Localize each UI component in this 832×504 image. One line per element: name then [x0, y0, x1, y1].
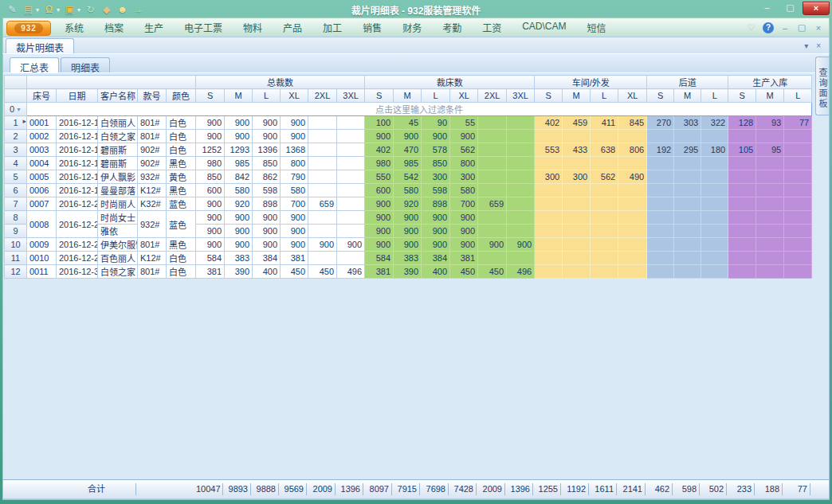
cell-qty[interactable]: 900	[225, 211, 253, 225]
cell-qty[interactable]	[784, 211, 812, 225]
menu-item-财务[interactable]: 财务	[392, 18, 432, 37]
cell-qty[interactable]	[535, 197, 563, 211]
cell-style-no[interactable]: 932#	[138, 211, 167, 238]
cell-qty[interactable]	[535, 211, 563, 225]
favorites-icon[interactable]: ♡	[746, 22, 757, 33]
cell-qty[interactable]: 900	[196, 130, 225, 143]
cell-qty[interactable]: 900	[394, 130, 422, 143]
cell-qty[interactable]	[591, 225, 618, 238]
cell-qty[interactable]: 900	[225, 116, 253, 130]
cell-qty[interactable]: 381	[196, 265, 225, 279]
cell-qty[interactable]	[728, 252, 756, 265]
cell-qty[interactable]: 55	[450, 116, 478, 130]
refresh-document-icon[interactable]: ↻	[84, 4, 96, 16]
cell-qty[interactable]	[756, 238, 784, 252]
help-icon[interactable]: ?	[763, 22, 774, 33]
tab-cut-piece-detail[interactable]: 裁片明细表	[6, 38, 74, 53]
cell-qty[interactable]: 900	[253, 130, 281, 143]
cell-qty[interactable]: 900	[253, 225, 281, 238]
filter-input-cell[interactable]: 点击这里输入过滤条件	[27, 103, 812, 116]
group-header-生产入库[interactable]: 生产入库	[728, 76, 812, 89]
cell-qty[interactable]	[507, 197, 535, 211]
column-header-size-15[interactable]: XL	[618, 89, 647, 103]
exit-icon[interactable]: →	[132, 4, 144, 16]
query-panel-tab[interactable]: 查询面板	[815, 57, 829, 115]
cell-qty[interactable]: 900	[196, 197, 225, 211]
cell-qty[interactable]	[728, 184, 756, 197]
cell-qty[interactable]: 390	[225, 265, 253, 279]
column-header-size-19[interactable]: S	[728, 89, 756, 103]
column-header-size-4[interactable]: 2XL	[308, 89, 337, 103]
cell-date[interactable]: 2016-12-31	[57, 265, 98, 279]
cell-qty[interactable]	[784, 197, 812, 211]
cell-qty[interactable]	[563, 252, 591, 265]
cell-qty[interactable]: 77	[784, 116, 812, 130]
cell-qty[interactable]: 900	[225, 238, 253, 252]
cell-qty[interactable]: 300	[563, 170, 591, 184]
cell-qty[interactable]: 898	[253, 197, 281, 211]
cell-qty[interactable]	[674, 211, 701, 225]
group-header-裁床数[interactable]: 裁床数	[365, 76, 535, 89]
cell-style-no[interactable]: 801#	[138, 130, 167, 143]
cell-qty[interactable]	[728, 211, 756, 225]
cell-customer[interactable]: 时尚女士	[98, 211, 138, 225]
cell-bed-no[interactable]: 0010	[27, 252, 57, 265]
cell-qty[interactable]: 95	[756, 143, 784, 157]
cell-qty[interactable]: 850	[422, 157, 450, 170]
dropdown-arrow-icon[interactable]: ▾	[57, 6, 60, 14]
row-number[interactable]: 6	[5, 184, 27, 197]
cell-qty[interactable]: 383	[225, 252, 253, 265]
cell-style-no[interactable]: 801#	[138, 116, 167, 130]
cell-qty[interactable]: 383	[394, 252, 422, 265]
cell-qty[interactable]	[647, 225, 674, 238]
cell-qty[interactable]	[591, 211, 618, 225]
cell-qty[interactable]	[647, 265, 674, 279]
cell-qty[interactable]: 381	[450, 252, 478, 265]
cell-qty[interactable]	[756, 265, 784, 279]
cell-qty[interactable]: 900	[450, 225, 478, 238]
cell-qty[interactable]	[337, 130, 365, 143]
cell-qty[interactable]	[535, 157, 563, 170]
cell-qty[interactable]	[647, 211, 674, 225]
cell-qty[interactable]	[308, 211, 337, 225]
column-header-size-6[interactable]: S	[365, 89, 394, 103]
cell-qty[interactable]	[478, 116, 507, 130]
cell-qty[interactable]: 900	[281, 225, 308, 238]
column-header-size-17[interactable]: M	[674, 89, 701, 103]
cell-qty[interactable]: 553	[535, 143, 563, 157]
cell-qty[interactable]	[701, 170, 728, 184]
cell-qty[interactable]	[591, 252, 618, 265]
cell-qty[interactable]: 800	[450, 157, 478, 170]
cell-qty[interactable]: 322	[701, 116, 728, 130]
row-number[interactable]: 4	[5, 157, 27, 170]
column-header-size-5[interactable]: 3XL	[337, 89, 365, 103]
cell-qty[interactable]: 402	[535, 116, 563, 130]
cell-qty[interactable]: 1396	[253, 143, 281, 157]
cell-bed-no[interactable]: 0006	[27, 184, 57, 197]
cell-customer[interactable]: 伊人飘影	[98, 170, 138, 184]
cell-date[interactable]: 2016-12-24	[57, 238, 98, 252]
cell-qty[interactable]	[618, 265, 647, 279]
cell-qty[interactable]	[507, 211, 535, 225]
cell-qty[interactable]	[701, 252, 728, 265]
cell-qty[interactable]: 496	[337, 265, 365, 279]
cell-qty[interactable]: 700	[281, 197, 308, 211]
cell-qty[interactable]	[308, 116, 337, 130]
cell-date[interactable]: 2016-12-14	[57, 116, 98, 130]
cell-qty[interactable]	[507, 130, 535, 143]
cell-qty[interactable]	[478, 225, 507, 238]
cell-qty[interactable]: 700	[450, 197, 478, 211]
cell-qty[interactable]	[784, 265, 812, 279]
cell-qty[interactable]: 900	[281, 116, 308, 130]
cell-bed-no[interactable]: 0005	[27, 170, 57, 184]
menu-item-CAD\CAM[interactable]: CAD\CAM	[512, 18, 576, 37]
bell-icon[interactable]: Ω	[43, 4, 55, 16]
column-header-size-9[interactable]: XL	[450, 89, 478, 103]
group-header-总裁数[interactable]: 总裁数	[196, 76, 365, 89]
dropdown-arrow-icon[interactable]: ▾	[77, 6, 80, 14]
cell-qty[interactable]: 381	[365, 265, 394, 279]
cell-qty[interactable]: 303	[674, 116, 701, 130]
cell-style-no[interactable]: K12#	[138, 184, 167, 197]
cell-qty[interactable]	[337, 197, 365, 211]
cell-qty[interactable]	[507, 252, 535, 265]
